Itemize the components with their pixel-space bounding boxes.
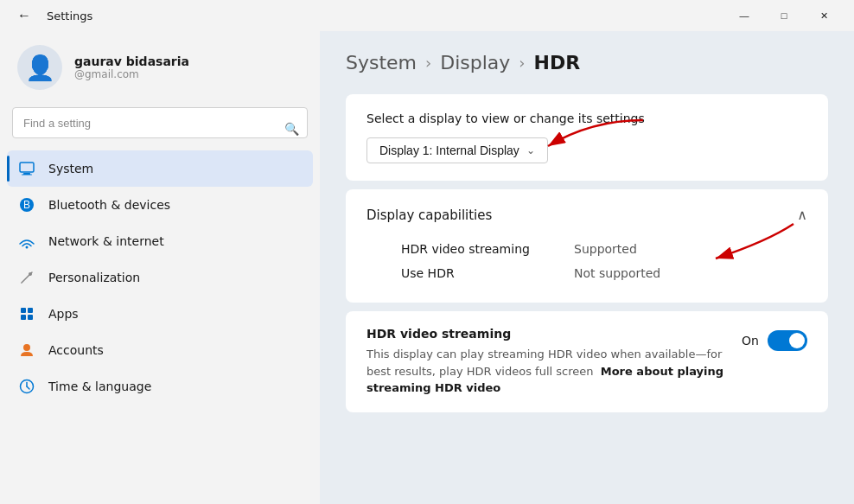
sidebar-item-network[interactable]: Network & internet (7, 223, 313, 259)
maximize-button[interactable]: □ (764, 2, 804, 29)
cap-row-use-hdr: Use HDR Not supported (366, 261, 807, 285)
hdr-toggle[interactable] (768, 330, 807, 351)
sidebar-item-accounts[interactable]: Accounts (7, 332, 313, 368)
network-icon (17, 232, 36, 251)
personalization-icon (17, 268, 36, 287)
capabilities-header: Display capabilities ∧ (366, 207, 807, 223)
hdr-streaming-card: HDR video streaming This display can pla… (346, 311, 828, 412)
hdr-streaming-desc: This display can play streaming HDR vide… (366, 346, 724, 397)
cap-value-hdr-video: Supported (574, 242, 637, 256)
sidebar-item-time[interactable]: Time & language (7, 368, 313, 405)
apps-icon (17, 304, 36, 323)
svg-rect-10 (21, 315, 26, 320)
selected-display-text: Display 1: Internal Display (379, 144, 519, 157)
search-container: 🔍 (0, 107, 320, 150)
avatar: 👤 (17, 45, 62, 90)
hdr-text-block: HDR video streaming This display can pla… (366, 327, 724, 397)
user-info: gaurav bidasaria @gmail.com (74, 54, 189, 80)
window-controls: — □ ✕ (724, 2, 844, 29)
app-title: Settings (47, 10, 92, 22)
breadcrumb-display: Display (440, 52, 510, 73)
breadcrumb-sep-1: › (425, 54, 431, 72)
svg-rect-2 (22, 175, 32, 175)
toggle-knob (789, 333, 805, 348)
accounts-icon (17, 341, 36, 360)
breadcrumb-sep-2: › (519, 54, 525, 72)
user-profile: 👤 gaurav bidasaria @gmail.com (0, 31, 320, 107)
display-selector-card: Select a display to view or change its s… (346, 94, 828, 181)
back-button[interactable]: ← (10, 4, 38, 27)
cap-label-hdr-video: HDR video streaming (401, 242, 574, 256)
breadcrumb-system: System (346, 52, 417, 73)
sidebar-item-apps[interactable]: Apps (7, 296, 313, 332)
hdr-streaming-title: HDR video streaming (366, 327, 724, 341)
minimize-button[interactable]: — (724, 2, 764, 29)
main-content: 👤 gaurav bidasaria @gmail.com 🔍 (0, 31, 854, 504)
capabilities-title: Display capabilities (366, 207, 492, 223)
svg-line-15 (27, 386, 29, 389)
search-input[interactable] (12, 107, 308, 138)
cap-value-use-hdr: Not supported (574, 266, 660, 280)
svg-point-5 (26, 246, 29, 249)
sidebar-item-system[interactable]: System (7, 150, 313, 187)
sidebar-item-bluetooth-label: Bluetooth & devices (48, 198, 170, 212)
sidebar: 👤 gaurav bidasaria @gmail.com 🔍 (0, 31, 320, 504)
right-panel: System › Display › HDR Select a display … (320, 31, 854, 504)
display-dropdown[interactable]: Display 1: Internal Display ⌄ (366, 137, 548, 163)
svg-rect-11 (28, 315, 33, 320)
sidebar-item-time-label: Time & language (48, 380, 151, 393)
cap-label-use-hdr: Use HDR (401, 266, 574, 280)
select-display-label: Select a display to view or change its s… (366, 112, 807, 125)
avatar-icon: 👤 (25, 54, 55, 82)
bluetooth-icon: B (17, 195, 36, 214)
sidebar-item-personalization[interactable]: Personalization (7, 259, 313, 296)
sidebar-item-network-label: Network & internet (48, 234, 164, 248)
close-button[interactable]: ✕ (804, 2, 844, 29)
user-name: gaurav bidasaria (74, 54, 189, 68)
cap-row-hdr-video: HDR video streaming Supported (366, 237, 807, 261)
svg-rect-0 (20, 163, 34, 172)
title-bar: ← Settings — □ ✕ (0, 0, 854, 31)
collapse-icon[interactable]: ∧ (797, 207, 807, 223)
sidebar-item-accounts-label: Accounts (48, 343, 104, 357)
sidebar-item-personalization-label: Personalization (48, 271, 140, 284)
toggle-label: On (742, 334, 759, 348)
sidebar-item-bluetooth[interactable]: B Bluetooth & devices (7, 187, 313, 223)
svg-point-12 (23, 344, 30, 351)
capabilities-card: Display capabilities ∧ HDR video streami… (346, 189, 828, 303)
breadcrumb-hdr: HDR (534, 52, 581, 73)
title-bar-left: ← Settings (10, 4, 92, 27)
svg-rect-9 (28, 308, 33, 313)
user-email: @gmail.com (74, 68, 189, 80)
hdr-toggle-container: On (742, 330, 807, 351)
svg-point-7 (29, 272, 32, 276)
svg-rect-8 (21, 308, 26, 313)
svg-text:B: B (23, 199, 30, 211)
nav-list: System B Bluetooth & devices (0, 150, 320, 405)
sidebar-item-system-label: System (48, 162, 93, 175)
sidebar-item-apps-label: Apps (48, 307, 79, 321)
search-icon: 🔍 (284, 122, 299, 136)
time-icon (17, 377, 36, 396)
breadcrumb: System › Display › HDR (346, 52, 828, 73)
dropdown-arrow-icon: ⌄ (526, 144, 535, 156)
system-icon (17, 159, 36, 178)
